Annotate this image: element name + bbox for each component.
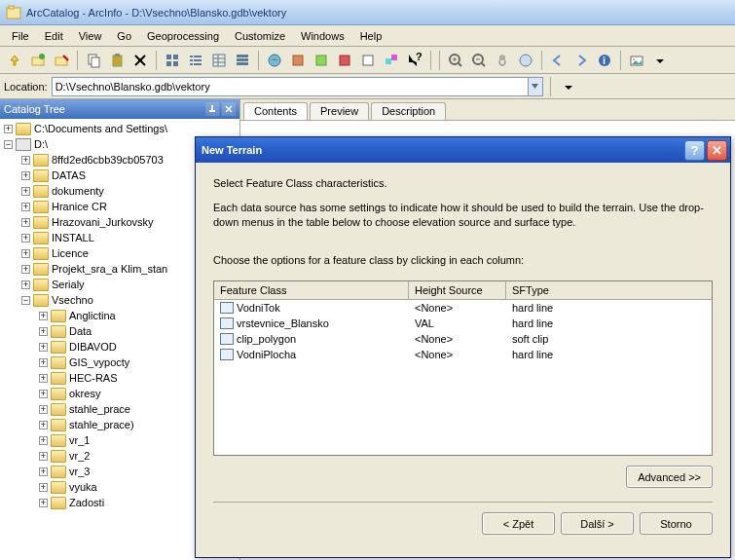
expand-icon[interactable]: + <box>39 499 48 507</box>
copy-icon[interactable] <box>83 50 104 71</box>
cancel-button[interactable]: Storno <box>640 512 713 535</box>
menu-edit[interactable]: Edit <box>37 27 71 45</box>
expand-icon[interactable]: + <box>39 343 48 352</box>
sftype-cell[interactable]: hard line <box>506 348 712 361</box>
col-feature-class[interactable]: Feature Class <box>214 281 409 299</box>
menu-customize[interactable]: Customize <box>227 27 293 45</box>
connect-folder-icon[interactable] <box>27 50 49 71</box>
svg-rect-15 <box>173 61 178 66</box>
thumbnails-icon[interactable] <box>232 50 253 71</box>
location-dropdown-icon[interactable] <box>529 77 543 96</box>
svg-rect-18 <box>190 59 193 61</box>
expand-icon[interactable]: + <box>39 467 48 476</box>
expand-icon[interactable]: + <box>39 327 48 336</box>
disconnect-folder-icon[interactable] <box>51 50 72 71</box>
expand-icon[interactable]: + <box>21 187 30 196</box>
create-thumbnail-icon[interactable] <box>626 50 647 71</box>
forward-icon[interactable] <box>570 50 592 71</box>
back-icon[interactable] <box>547 50 569 71</box>
advanced-button[interactable]: Advanced >> <box>626 466 713 488</box>
close-panel-icon[interactable] <box>222 102 236 116</box>
expand-icon[interactable]: + <box>21 265 30 274</box>
zoom-in-icon[interactable] <box>445 50 466 71</box>
dialog-titlebar[interactable]: New Terrain ? ✕ <box>196 137 730 163</box>
expand-icon[interactable]: + <box>39 312 48 320</box>
menu-help[interactable]: Help <box>352 27 390 45</box>
full-extent-icon[interactable] <box>515 50 536 71</box>
up-one-level-icon[interactable] <box>4 50 25 71</box>
expand-icon[interactable]: + <box>21 171 30 180</box>
col-height-source[interactable]: Height Source <box>409 281 506 299</box>
tool2-icon[interactable] <box>311 50 332 71</box>
expand-icon[interactable]: + <box>39 452 48 461</box>
feature-class-table[interactable]: Feature Class Height Source SFType Vodni… <box>213 280 713 456</box>
sftype-cell[interactable]: hard line <box>506 317 712 330</box>
large-icons-icon[interactable] <box>162 50 183 71</box>
table-row[interactable]: VodniTok<None>hard line <box>214 300 712 316</box>
table-row[interactable]: clip_polygon<None>soft clip <box>214 331 712 347</box>
menu-file[interactable]: File <box>4 27 37 45</box>
tab-description[interactable]: Description <box>371 102 446 120</box>
expand-icon[interactable]: + <box>21 203 30 211</box>
table-row[interactable]: vrstevnice_BlanskoVALhard line <box>214 316 712 331</box>
expand-icon[interactable]: + <box>39 421 48 429</box>
col-sftype[interactable]: SFType <box>506 281 712 299</box>
menu-go[interactable]: Go <box>109 27 139 45</box>
dialog-close-button[interactable]: ✕ <box>707 140 727 161</box>
whats-this-icon[interactable]: ? <box>404 50 425 71</box>
height-source-cell[interactable]: <None> <box>409 348 506 361</box>
folder-icon <box>33 263 49 276</box>
location-input[interactable]: D:\Vsechno\Blansko.gdb\vektory <box>52 77 529 96</box>
menu-windows[interactable]: Windows <box>293 27 352 45</box>
tool3-icon[interactable] <box>334 50 355 71</box>
expand-icon[interactable]: + <box>39 358 48 367</box>
details-icon[interactable] <box>208 50 230 71</box>
tree-node[interactable]: +C:\Documents and Settings\ <box>0 121 239 136</box>
pin-icon[interactable] <box>205 102 219 116</box>
expand-icon[interactable]: + <box>21 156 30 165</box>
tool-icon[interactable] <box>287 50 309 71</box>
tool5-icon[interactable] <box>381 50 402 71</box>
height-source-cell[interactable]: <None> <box>409 301 506 315</box>
height-source-cell[interactable]: <None> <box>409 332 506 346</box>
toolbar-options2-icon[interactable] <box>558 76 579 97</box>
height-source-cell[interactable]: VAL <box>409 317 506 330</box>
delete-icon[interactable] <box>129 50 151 71</box>
expand-icon[interactable]: + <box>21 234 30 243</box>
paste-icon[interactable] <box>106 50 128 71</box>
expand-icon[interactable]: + <box>4 125 13 133</box>
tab-contents[interactable]: Contents <box>243 102 308 120</box>
expand-icon[interactable]: + <box>21 280 30 289</box>
identify-icon[interactable]: i <box>594 50 615 71</box>
collapse-icon[interactable]: − <box>4 140 13 149</box>
expand-icon[interactable]: + <box>21 218 30 227</box>
launch-arcmap-icon[interactable] <box>264 50 285 71</box>
zoom-out-icon[interactable] <box>468 50 490 71</box>
expand-icon[interactable]: + <box>39 436 48 445</box>
next-button[interactable]: Další > <box>561 512 634 535</box>
tab-preview[interactable]: Preview <box>310 102 369 120</box>
table-row[interactable]: VodniPlocha<None>hard line <box>214 347 712 362</box>
collapse-icon[interactable]: − <box>21 296 30 305</box>
expand-icon[interactable]: + <box>39 374 48 383</box>
list-icon[interactable] <box>185 50 206 71</box>
pan-icon[interactable] <box>492 50 513 71</box>
menu-geoprocessing[interactable]: Geoprocessing <box>139 27 227 45</box>
svg-rect-0 <box>7 8 20 19</box>
expand-icon[interactable]: + <box>39 483 48 492</box>
expand-icon[interactable]: + <box>21 249 30 258</box>
dialog-help-button[interactable]: ? <box>684 140 705 161</box>
back-button[interactable]: < Zpět <box>482 512 555 535</box>
menu-view[interactable]: View <box>71 27 110 45</box>
expand-icon[interactable]: + <box>39 390 48 398</box>
tree-node-label: C:\Documents and Settings\ <box>34 123 167 134</box>
tool4-icon[interactable] <box>357 50 379 71</box>
svg-rect-8 <box>113 56 122 66</box>
toolbar-options-icon[interactable] <box>649 50 671 71</box>
catalog-tree-header: Catalog Tree <box>0 99 239 119</box>
expand-icon[interactable]: + <box>39 405 48 414</box>
svg-rect-14 <box>166 61 171 66</box>
sftype-cell[interactable]: soft clip <box>506 332 712 346</box>
svg-rect-50 <box>209 110 215 112</box>
sftype-cell[interactable]: hard line <box>506 301 712 315</box>
